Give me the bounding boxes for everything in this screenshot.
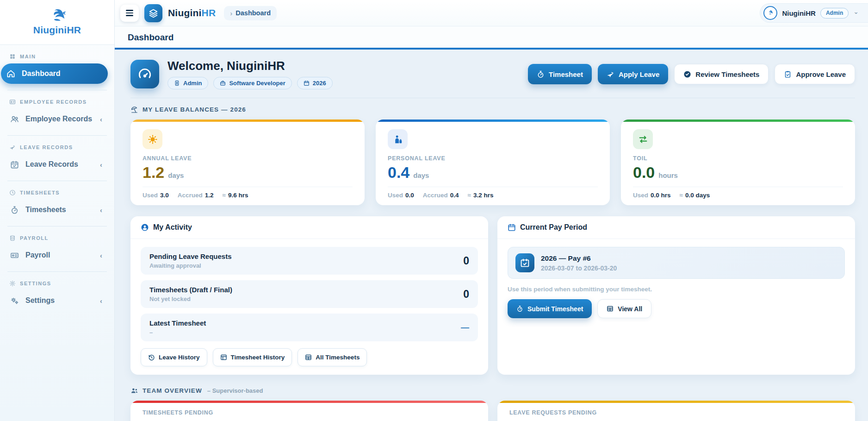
stopwatch-icon: [537, 70, 545, 78]
sidebar-item-dashboard[interactable]: Dashboard: [1, 63, 108, 84]
pay-period-text: 2026 — Pay #6 2026-03-07 to 2026-03-20: [541, 254, 617, 272]
submit-timesheet-button[interactable]: Submit Timesheet: [508, 299, 592, 318]
page-title: Dashboard: [128, 32, 868, 43]
section-label: EMPLOYEE RECORDS: [20, 99, 87, 105]
review-timesheets-button[interactable]: Review Timesheets: [674, 64, 769, 84]
breadcrumb[interactable]: › Dashboard: [224, 6, 277, 20]
person-luggage-icon: [393, 134, 403, 145]
sidebar-divider: [7, 181, 107, 181]
team-card-value: 0: [509, 419, 843, 421]
pending-leave-requests-row: Pending Leave Requests Awaiting approval…: [141, 247, 478, 275]
money-check-icon: [10, 251, 19, 260]
pay-period-body: 2026 — Pay #6 2026-03-07 to 2026-03-20 U…: [497, 239, 855, 327]
sidebar-divider: [7, 90, 107, 90]
section-label: SETTINGS: [20, 281, 51, 286]
sidebar-item-label: Employee Records: [25, 115, 92, 123]
current-pay-period-card: Current Pay Period 2026 — Pay #6 2026-03…: [497, 216, 855, 375]
timesheets-pending-card: TIMESHEETS PENDING 2 → Review & Finalise: [130, 401, 488, 421]
gauge-icon: [137, 67, 152, 82]
team-card-value: 2: [143, 419, 476, 421]
timesheets-draft-final-row: Timesheets (Draft / Final) Not yet locke…: [141, 280, 478, 308]
section-heading-text: TEAM OVERVIEW: [143, 387, 202, 394]
beach-umbrella-icon: [130, 106, 138, 113]
swap-arrows-icon: [638, 134, 648, 145]
chevron-left-icon: ‹: [100, 115, 102, 123]
id-card-icon: [9, 99, 16, 105]
id-badge-icon: [174, 80, 180, 86]
card-accent-bar: [376, 119, 610, 122]
stat-used: Used0.0: [388, 192, 414, 199]
sidebar-item-label: Dashboard: [22, 69, 61, 78]
chevron-down-icon: ⌄: [853, 8, 859, 15]
badge-label: 2026: [313, 80, 326, 87]
apply-leave-button[interactable]: Apply Leave: [598, 64, 668, 84]
home-icon: [6, 69, 15, 78]
table-grid-icon: [305, 354, 312, 361]
welcome-badges: Admin Software Developer 2026: [167, 77, 333, 89]
team-overview-section: TEAM OVERVIEW – Supervisor-based TIMESHE…: [130, 387, 855, 421]
section-label: PAYROLL: [20, 235, 49, 241]
pay-period-name: 2026 — Pay #6: [541, 254, 617, 263]
user-role-badge: Admin: [820, 8, 849, 19]
welcome-divider: [130, 98, 855, 98]
sun-icon: [148, 134, 158, 145]
table-list-icon: [220, 354, 227, 361]
button-label: Timesheet: [549, 70, 583, 78]
sidebar-divider: [7, 135, 107, 136]
sidebar: NiuginiHR MAIN Dashboard EMPLOYEE RECORD…: [0, 0, 115, 421]
row-count: 0: [463, 255, 469, 267]
brand-primary: Niugini: [168, 7, 202, 18]
topbar: NiuginiHR › Dashboard NiuginiHR Admin ⌄: [115, 0, 868, 26]
stat-used: Used0.0 hrs: [633, 192, 671, 199]
leave-balances-heading: MY LEAVE BALANCES — 2026: [130, 106, 855, 113]
balance-value-row: 0.4 days: [388, 163, 598, 182]
sidebar-divider: [7, 271, 107, 272]
avatar: [763, 6, 777, 20]
approve-leave-button[interactable]: Approve Leave: [775, 64, 855, 84]
sidebar-nav: MAIN Dashboard EMPLOYEE RECORDS Employee…: [0, 53, 114, 311]
badge-year: 2026: [297, 77, 333, 89]
calendar-check-icon: [10, 160, 19, 169]
stat-accrued: Accrued1.2: [178, 192, 214, 199]
table-grid-icon: [607, 305, 614, 312]
users-icon: [10, 115, 19, 124]
card-accent-bar: [621, 119, 855, 122]
sidebar-item-settings[interactable]: Settings ‹: [5, 290, 108, 311]
sidebar-item-label: Timesheets: [25, 206, 66, 214]
breadcrumb-label: Dashboard: [236, 9, 271, 17]
user-menu[interactable]: NiuginiHR Admin ⌄: [760, 3, 868, 23]
brand-layers-chip[interactable]: [144, 4, 162, 22]
personal-leave-card: PERSONAL LEAVE 0.4 days Used0.0 Accrued0…: [376, 119, 610, 205]
balance-value: 0.0: [633, 163, 655, 182]
button-label: All Timesheets: [316, 354, 360, 361]
card-accent-bar: [497, 401, 855, 403]
stat-approx-days: ≈0.0 days: [680, 192, 710, 199]
timesheet-history-button[interactable]: Timesheet History: [213, 348, 292, 366]
balance-unit: days: [168, 171, 184, 179]
balance-value: 1.2: [143, 163, 164, 182]
swap-icon-chip: [633, 129, 653, 149]
sidebar-item-leave-records[interactable]: Leave Records ‹: [5, 154, 108, 175]
badge-admin: Admin: [167, 77, 208, 89]
plane-icon: [9, 144, 16, 151]
all-timesheets-button[interactable]: All Timesheets: [298, 348, 367, 366]
row-text: Latest Timesheet –: [149, 319, 206, 336]
sidebar-item-payroll[interactable]: Payroll ‹: [5, 245, 108, 265]
leave-balance-cards: ANNUAL LEAVE 1.2 days Used3.0 Accrued1.2…: [130, 119, 855, 205]
sidebar-section-employee-records: EMPLOYEE RECORDS: [9, 99, 105, 105]
welcome-text: Welcome, NiuginiHR Admin Software Develo…: [167, 59, 333, 89]
calendar-icon: [304, 80, 310, 86]
sidebar-item-employee-records[interactable]: Employee Records ‹: [5, 109, 108, 129]
leave-history-button[interactable]: Leave History: [141, 348, 207, 366]
sidebar-item-label: Settings: [25, 296, 55, 305]
user-name: NiuginiHR: [782, 9, 816, 17]
balance-stats: Used3.0 Accrued1.2 ≈9.6 hrs: [143, 192, 353, 199]
hamburger-menu-button[interactable]: [120, 5, 139, 22]
quick-actions: Timesheet Apply Leave Review Timesheets: [528, 64, 855, 84]
stopwatch-icon: [10, 206, 19, 214]
card-divider: [388, 187, 598, 187]
view-all-button[interactable]: View All: [597, 299, 651, 318]
sidebar-item-timesheets[interactable]: Timesheets ‹: [5, 200, 108, 220]
breadcrumb-chevron-icon: ›: [230, 9, 232, 17]
timesheet-button[interactable]: Timesheet: [528, 64, 592, 84]
